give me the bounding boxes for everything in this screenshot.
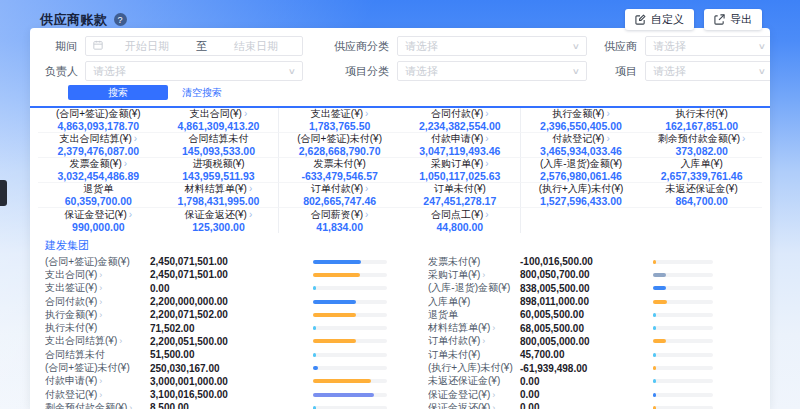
group-row-label[interactable]: 合同付款(¥)› (45, 295, 150, 309)
group-row-label: 未返还保证金(¥) (428, 374, 520, 388)
group-row-bar-fill (313, 286, 316, 290)
group-row: 付款登记(¥)›3,100,016,500.00 (45, 388, 400, 401)
chevron-right-icon: › (119, 336, 122, 346)
stat-cell[interactable]: 付款申请(¥)›3,047,119,493.46 (400, 133, 521, 158)
stat-label: (合同+签证)金额(¥) (38, 108, 159, 119)
stat-label: 订单付款(¥)› (279, 183, 400, 194)
chevron-right-icon: › (129, 403, 132, 409)
filter-owner-select[interactable]: 请选择∨ (85, 61, 303, 81)
group-row-label[interactable]: 支出合同结算(¥)› (45, 334, 150, 348)
stat-value: 60,359,700.00 (38, 195, 159, 207)
filter-period-range[interactable]: 开始日期至结束日期 (85, 36, 303, 56)
stat-cell[interactable]: 支出签证(¥)›1,783,765.50 (279, 108, 400, 133)
stat-cell[interactable]: 执行金额(¥)›2,396,550,405.00 (521, 108, 642, 133)
group-row: 材料结算单(¥)›68,005,500.00 (428, 321, 755, 334)
group-row-bar-fill (313, 353, 316, 357)
stat-cell[interactable]: 材料结算单(¥)›1,798,431,995.00 (159, 183, 280, 208)
group-row-bar (313, 286, 387, 290)
stat-cell: 合同结算未付145,093,533.00 (159, 133, 280, 158)
export-button[interactable]: 导出 (704, 9, 762, 30)
customize-button[interactable]: 自定义 (625, 9, 694, 30)
group-row-bar-fill (313, 379, 371, 383)
stat-label: 付款登记(¥)› (521, 133, 642, 144)
stat-value: 44,800.00 (400, 221, 520, 233)
group-row: 合同结算未付51,500.00 (45, 348, 400, 361)
group-row-label[interactable]: 付款申请(¥)› (45, 374, 150, 388)
stat-cell[interactable]: 保证金返还(¥)›125,300.00 (159, 208, 280, 233)
group-row-value: 2,450,071,501.00 (150, 256, 313, 267)
stat-cell: 入库单(¥)2,657,339,761.46 (641, 158, 762, 183)
group-row-label[interactable]: 执行金额(¥)› (45, 308, 150, 322)
group-row-label[interactable]: 保证金返还(¥)› (428, 401, 520, 409)
group-row-bar (653, 273, 713, 277)
stat-cell[interactable]: 付款登记(¥)›3,465,934,033.46 (521, 133, 642, 158)
group-row-bar-fill (653, 313, 656, 317)
group-name-link[interactable]: 建发集团 (45, 237, 89, 253)
stat-cell[interactable]: 支出合同结算(¥)›2,379,476,087.00 (38, 133, 159, 158)
group-row-label[interactable]: 支出合同(¥)› (45, 268, 150, 282)
group-row-bar-fill (653, 300, 667, 304)
group-row-bar-fill (313, 326, 316, 330)
group-row-label[interactable]: 付款登记(¥)› (45, 388, 150, 402)
group-row: 执行未付(¥)71,502.00 (45, 321, 400, 334)
clear-search-link[interactable]: 清空搜索 (182, 86, 222, 100)
stat-value: 2,234,382,554.00 (400, 120, 520, 132)
stat-cell[interactable]: 合同薪资(¥)›41,834.00 (279, 208, 400, 233)
stat-cell[interactable]: 采购订单(¥)›1,050,117,025.63 (400, 158, 521, 183)
group-row: 支出合同结算(¥)›2,200,051,500.00 (45, 335, 400, 348)
group-row-value: -100,016,500.00 (520, 256, 653, 267)
help-icon[interactable]: ? (114, 13, 127, 26)
stat-cell[interactable]: 发票金额(¥)›3,032,454,486.89 (38, 158, 159, 183)
group-row-label[interactable]: 订单付款(¥)› (428, 334, 520, 348)
stat-label: 发票金额(¥)› (38, 158, 159, 169)
group-row-bar (653, 286, 713, 290)
filter-label-period: 期间 (45, 39, 77, 54)
stat-cell[interactable]: 订单付款(¥)›802,665,747.46 (279, 183, 400, 208)
group-row-value: 0.00 (520, 402, 653, 409)
stat-cell[interactable]: 合同点工(¥)›44,800.00 (400, 208, 521, 233)
chevron-right-icon: › (606, 133, 609, 144)
chevron-right-icon: › (482, 270, 485, 280)
stat-cell[interactable]: 支出合同(¥)›4,861,309,413.20 (159, 108, 280, 133)
group-row-bar-fill (653, 273, 666, 277)
side-drawer-handle[interactable] (0, 180, 7, 206)
group-row-label: 执行未付(¥) (45, 321, 150, 335)
group-row-bar-fill (653, 379, 656, 383)
filter-project-category-select[interactable]: 请选择∨ (397, 61, 587, 81)
stat-cell: 订单未付(¥)247,451,278.17 (400, 183, 521, 208)
stat-cell: 进项税额(¥)143,959,511.93 (159, 158, 280, 183)
range-separator: 至 (186, 39, 217, 54)
group-row-label[interactable]: 剩余预付款金额(¥)› (45, 401, 150, 409)
stat-cell[interactable]: 合同付款(¥)›2,234,382,554.00 (400, 108, 521, 133)
main-card: 期间开始日期至结束日期供应商分类请选择∨供应商请选择∨负责人请选择∨项目分类请选… (30, 28, 770, 409)
filter-project-select[interactable]: 请选择∨ (645, 61, 770, 81)
group-row: 支出签证(¥)›0.00 (45, 282, 400, 295)
stat-label: 材料结算单(¥)› (159, 183, 279, 194)
chevron-right-icon: › (485, 209, 488, 220)
stat-cell[interactable]: 剩余预付款金额(¥)›373,082.00 (641, 133, 762, 158)
stat-cell[interactable]: 保证金登记(¥)›990,000.00 (38, 208, 159, 233)
group-row-bar (313, 326, 387, 330)
stat-label: 订单未付(¥) (400, 183, 520, 194)
group-row-bar (313, 313, 387, 317)
group-row-label[interactable]: 采购订单(¥)› (428, 268, 520, 282)
stat-cell-empty (521, 208, 642, 233)
group-row: 支出合同(¥)›2,450,071,501.00 (45, 268, 400, 281)
export-icon (714, 14, 725, 25)
chevron-right-icon: › (492, 390, 495, 400)
stat-label: 进项税额(¥) (159, 158, 279, 169)
chevron-right-icon: › (742, 133, 745, 144)
filter-supplier-category-select[interactable]: 请选择∨ (397, 36, 587, 56)
group-row-label[interactable]: 保证金登记(¥)› (428, 388, 520, 402)
stat-value: 1,783,765.50 (279, 120, 400, 132)
stat-value: 990,000.00 (38, 221, 159, 233)
group-row-label: (合同+签证)未付(¥) (45, 361, 150, 375)
stat-value: 1,050,117,025.63 (400, 170, 520, 182)
group-row-label[interactable]: 材料结算单(¥)› (428, 321, 520, 335)
search-button[interactable]: 搜索 (68, 85, 168, 100)
filter-supplier-select[interactable]: 请选择∨ (645, 36, 770, 56)
chevron-down-icon: ∨ (572, 42, 580, 51)
group-row-label[interactable]: 支出签证(¥)› (45, 281, 150, 295)
stat-value: 2,628,668,790.70 (279, 145, 400, 157)
chevron-right-icon: › (485, 108, 488, 119)
